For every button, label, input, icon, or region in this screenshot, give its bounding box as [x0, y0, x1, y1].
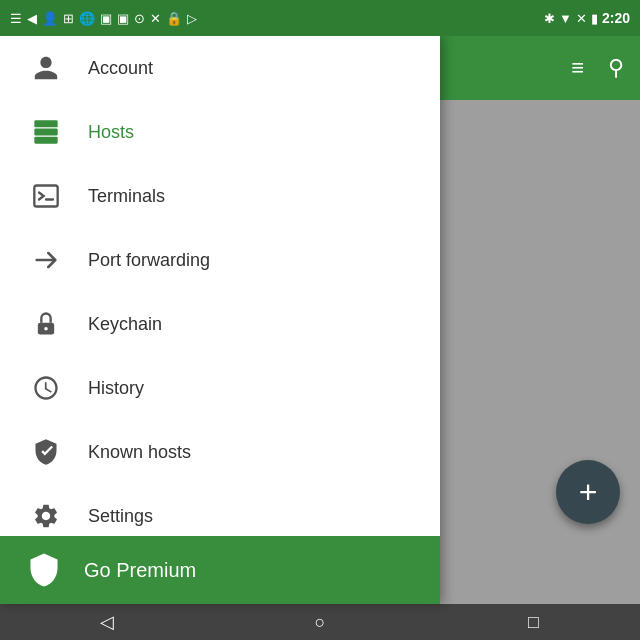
filter-icon[interactable]: ≡ — [571, 55, 584, 81]
status-time: 2:20 — [602, 10, 630, 26]
wifi-icon: ▼ — [559, 11, 572, 26]
port-forwarding-icon — [24, 238, 68, 282]
sidebar-item-hosts-label: Hosts — [88, 122, 134, 143]
go-premium-label: Go Premium — [84, 559, 196, 582]
main-layout: Account Hosts — [0, 36, 640, 604]
sidebar-item-known-hosts-label: Known hosts — [88, 442, 191, 463]
sidebar-item-hosts[interactable]: Hosts — [0, 100, 440, 164]
sidebar-item-terminals-label: Terminals — [88, 186, 165, 207]
sidebar-item-terminals[interactable]: Terminals — [0, 164, 440, 228]
right-panel-header: ≡ ⚲ — [440, 36, 640, 100]
status-icon-9: ✕ — [150, 11, 161, 26]
svg-rect-6 — [34, 186, 57, 207]
keychain-icon — [24, 302, 68, 346]
home-button[interactable]: ○ — [290, 604, 350, 640]
hosts-icon — [24, 110, 68, 154]
terminals-icon — [24, 174, 68, 218]
sidebar-item-account[interactable]: Account — [0, 36, 440, 100]
svg-point-9 — [44, 327, 48, 331]
sidebar-item-keychain[interactable]: Keychain — [0, 292, 440, 356]
sidebar-item-known-hosts[interactable]: Known hosts — [0, 420, 440, 484]
status-icon-6: ▣ — [100, 11, 112, 26]
premium-shield-icon — [24, 550, 64, 590]
status-bar-left: ☰ ◀ 👤 ⊞ 🌐 ▣ ▣ ⊙ ✕ 🔒 ▷ — [10, 11, 197, 26]
bottom-navigation: ◁ ○ □ — [0, 604, 640, 640]
status-icon-5: 🌐 — [79, 11, 95, 26]
sidebar-item-port-forwarding-label: Port forwarding — [88, 250, 210, 271]
sidebar-item-settings-label: Settings — [88, 506, 153, 527]
navigation-drawer: Account Hosts — [0, 36, 440, 604]
status-icon-7: ▣ — [117, 11, 129, 26]
bluetooth-icon: ✱ — [544, 11, 555, 26]
sidebar-item-keychain-label: Keychain — [88, 314, 162, 335]
history-icon — [24, 366, 68, 410]
known-hosts-icon — [24, 430, 68, 474]
battery-icon: ▮ — [591, 11, 598, 26]
settings-icon — [24, 494, 68, 536]
status-icon-8: ⊙ — [134, 11, 145, 26]
sidebar-item-port-forwarding[interactable]: Port forwarding — [0, 228, 440, 292]
svg-point-5 — [53, 139, 56, 142]
status-icon-2: ◀ — [27, 11, 37, 26]
sidebar-item-history[interactable]: History — [0, 356, 440, 420]
add-fab-button[interactable]: + — [556, 460, 620, 524]
signal-icon: ✕ — [576, 11, 587, 26]
status-icon-4: ⊞ — [63, 11, 74, 26]
back-button[interactable]: ◁ — [77, 604, 137, 640]
sidebar-item-account-label: Account — [88, 58, 153, 79]
account-icon — [24, 46, 68, 90]
recents-button[interactable]: □ — [503, 604, 563, 640]
status-bar: ☰ ◀ 👤 ⊞ 🌐 ▣ ▣ ⊙ ✕ 🔒 ▷ ✱ ▼ ✕ ▮ 2:20 — [0, 0, 640, 36]
status-icon-3: 👤 — [42, 11, 58, 26]
sidebar-item-history-label: History — [88, 378, 144, 399]
add-fab-icon: + — [579, 476, 598, 508]
status-icon-11: ▷ — [187, 11, 197, 26]
svg-point-3 — [53, 122, 56, 125]
status-icon-1: ☰ — [10, 11, 22, 26]
search-icon[interactable]: ⚲ — [608, 55, 624, 81]
svg-point-4 — [53, 131, 56, 134]
sidebar-item-settings[interactable]: Settings — [0, 484, 440, 536]
status-icon-10: 🔒 — [166, 11, 182, 26]
status-bar-right: ✱ ▼ ✕ ▮ 2:20 — [544, 10, 630, 26]
go-premium-footer[interactable]: Go Premium — [0, 536, 440, 604]
right-panel: ≡ ⚲ + — [440, 36, 640, 604]
drawer-menu: Account Hosts — [0, 36, 440, 536]
